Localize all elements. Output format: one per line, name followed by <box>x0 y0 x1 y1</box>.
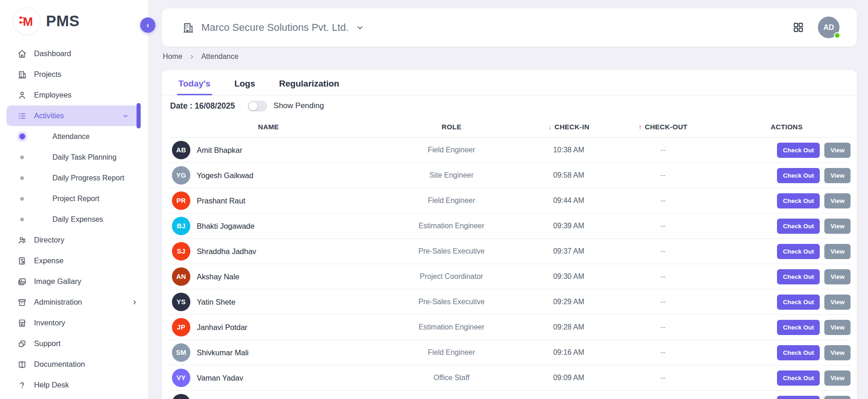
view-button[interactable]: View <box>824 345 851 360</box>
breadcrumb-home[interactable]: Home <box>163 52 183 61</box>
tab-regularization[interactable]: Regularization <box>278 73 341 95</box>
view-button[interactable]: View <box>824 168 851 183</box>
view-button[interactable]: View <box>824 320 851 335</box>
check-out-time: -- <box>603 146 723 154</box>
sidebar-item-documentation[interactable]: Documentation <box>0 354 148 375</box>
check-out-button[interactable]: Check Out <box>777 143 820 158</box>
check-out-button[interactable]: Check Out <box>777 219 820 234</box>
check-out-button[interactable]: Check Out <box>777 396 820 399</box>
app-logo: M PMS <box>0 0 148 37</box>
sidebar-subitem-label: Project Report <box>52 195 99 203</box>
sidebar-item-activities[interactable]: Activities <box>6 105 139 126</box>
check-out-button[interactable]: Check Out <box>777 345 820 360</box>
sidebar-item-label: Activities <box>34 111 64 120</box>
sidebar-item-label: Employees <box>34 91 72 99</box>
sidebar-item-help-desk[interactable]: Help Desk <box>0 375 148 395</box>
employee-name: Bhakti Jogawade <box>194 222 369 231</box>
avatar-cell: SJ <box>168 242 194 260</box>
column-header-checkout[interactable]: ↑ CHECK-OUT <box>603 123 723 131</box>
sidebar-item-administration[interactable]: Administration <box>0 292 148 312</box>
check-out-button[interactable]: Check Out <box>777 320 820 335</box>
tab-logs[interactable]: Logs <box>233 73 257 95</box>
store-icon <box>17 318 27 328</box>
check-out-button[interactable]: Check Out <box>777 370 820 386</box>
column-header-role: ROLE <box>369 123 534 131</box>
bullet-icon <box>20 176 24 180</box>
table-header-row: NAME ROLE ↓ CHECK-IN ↑ CHECK-OUT ACTIONS <box>168 116 851 138</box>
sidebar-item-label: Dashboard <box>34 49 71 58</box>
view-button[interactable]: View <box>824 193 851 208</box>
sidebar-item-directory[interactable]: Directory <box>0 230 148 250</box>
row-actions: Check OutView <box>723 168 851 183</box>
breadcrumb-current: Attendance <box>201 52 239 61</box>
check-out-button[interactable]: Check Out <box>777 295 820 310</box>
active-nav-indicator <box>137 103 141 128</box>
sidebar-item-label: Inventory <box>34 318 65 327</box>
avatar-cell: AB <box>168 141 194 159</box>
company-name: Marco Secure Solutions Pvt. Ltd. <box>201 22 348 34</box>
sidebar-subitem-label: Daily Expenses <box>52 215 103 224</box>
sidebar-item-inventory[interactable]: Inventory <box>0 312 148 333</box>
table-row: SJShraddha JadhavPre-Sales Executive09:3… <box>168 239 851 264</box>
view-button[interactable]: View <box>824 143 851 158</box>
sidebar-item-expense[interactable]: Expense <box>0 250 148 271</box>
show-pending-label: Show Pending <box>274 101 324 110</box>
check-out-time: -- <box>603 374 723 382</box>
avatar-cell: BJ <box>168 217 194 235</box>
user-avatar[interactable]: AD <box>818 17 839 38</box>
sidebar-subitem-label: Attendance <box>52 133 90 141</box>
view-button[interactable]: View <box>824 269 851 284</box>
table-row: JPJanhavi PotdarEstimation Engineer09:28… <box>168 315 851 340</box>
tab-todays[interactable]: Today's <box>177 73 212 95</box>
sidebar-item-image-gallary[interactable]: Image Gallary <box>0 271 148 292</box>
sidebar-item-projects[interactable]: Projects <box>0 64 148 85</box>
avatar-cell: YS <box>168 293 194 311</box>
sidebar-subitem-project-report[interactable]: Project Report <box>0 188 148 209</box>
check-out-button[interactable]: Check Out <box>777 244 820 259</box>
table-row: ANAkshay NaleProject Coordinator09:30 AM… <box>168 264 851 289</box>
view-button[interactable]: View <box>824 219 851 234</box>
check-out-button[interactable]: Check Out <box>777 168 820 183</box>
check-out-time: -- <box>603 247 723 255</box>
sidebar-item-employees[interactable]: Employees <box>0 85 148 105</box>
column-header-checkin[interactable]: ↓ CHECK-IN <box>534 123 603 131</box>
employee-name: Prashant Raut <box>194 197 369 205</box>
check-out-time: -- <box>603 222 723 230</box>
view-button[interactable]: View <box>824 244 851 259</box>
sidebar-subitem-daily-task-planning[interactable]: Daily Task Planning <box>0 147 148 168</box>
row-actions: Check OutView <box>723 320 851 335</box>
image-icon <box>17 277 27 286</box>
sidebar-collapse-button[interactable]: ‹ <box>140 17 155 33</box>
sidebar-subitem-attendance[interactable]: Attendance <box>0 126 148 147</box>
sidebar-subitem-daily-expenses[interactable]: Daily Expenses <box>0 209 148 230</box>
employee-role: Project Coordinator <box>369 272 534 281</box>
check-out-button[interactable]: Check Out <box>777 269 820 284</box>
home-icon <box>17 49 27 58</box>
sidebar-item-label: Image Gallary <box>34 277 81 286</box>
avatar <box>172 394 190 399</box>
person-icon <box>17 91 27 100</box>
sidebar-item-label: Documentation <box>34 360 85 369</box>
check-out-button[interactable]: Check Out <box>777 193 820 208</box>
sidebar: M PMS Dashboard Projects Employees Activ… <box>0 0 148 399</box>
view-button[interactable]: View <box>824 295 851 310</box>
sidebar-item-label: Administration <box>34 298 82 306</box>
show-pending-toggle[interactable] <box>248 101 267 111</box>
employee-role: Estimation Engineer <box>369 222 534 230</box>
employee-name: Shraddha Jadhav <box>194 247 369 256</box>
view-button[interactable]: View <box>824 370 851 386</box>
employee-name: Janhavi Potdar <box>194 323 369 332</box>
check-out-time: -- <box>603 197 723 205</box>
apps-grid-icon[interactable] <box>793 22 804 33</box>
view-button[interactable]: View <box>824 396 851 399</box>
sidebar-subitem-daily-progress-report[interactable]: Daily Progress Report <box>0 168 148 188</box>
sidebar-item-support[interactable]: Support <box>0 333 148 354</box>
company-selector[interactable]: Marco Secure Solutions Pvt. Ltd. <box>182 22 364 34</box>
sidebar-subitem-label: Daily Task Planning <box>52 153 116 162</box>
table-row: BJBhakti JogawadeEstimation Engineer09:3… <box>168 214 851 239</box>
building-icon <box>182 22 194 34</box>
avatar: PR <box>172 191 190 210</box>
people-icon <box>17 236 27 245</box>
check-in-time: 09:30 AM <box>534 272 603 281</box>
sidebar-item-dashboard[interactable]: Dashboard <box>0 43 148 64</box>
